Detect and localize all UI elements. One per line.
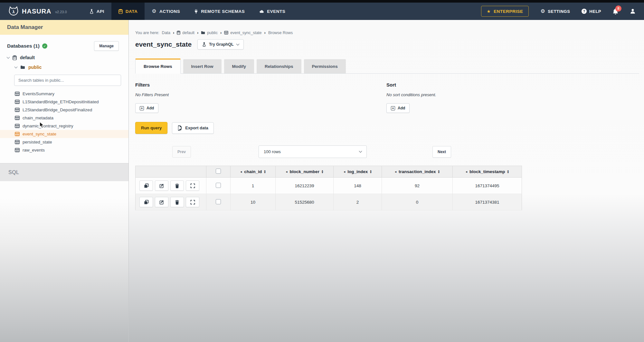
breadcrumb-item-public[interactable]: public bbox=[201, 31, 218, 35]
plus-square-icon: + bbox=[391, 106, 395, 110]
sidebar-item-sql[interactable]: SQL bbox=[0, 163, 128, 181]
nav-item-remote-schemas[interactable]: REMOTE SCHEMAS bbox=[187, 3, 252, 20]
cell-block-timestamp: 1671374381 bbox=[453, 194, 522, 210]
table-list-item[interactable]: L2StandardBridge_DepositFinalized bbox=[0, 106, 128, 114]
nav-item-actions[interactable]: ⚙ ACTIONS bbox=[145, 3, 187, 20]
help-button[interactable]: ? HELP bbox=[582, 9, 601, 14]
settings-button[interactable]: ⚙ SETTINGS bbox=[540, 9, 570, 14]
table-list-item[interactable]: EventsSummary bbox=[0, 90, 128, 98]
nav-item-data[interactable]: DATA bbox=[111, 3, 145, 20]
collapse-column-icon[interactable]: ◂ bbox=[286, 170, 288, 173]
star-icon: ★ bbox=[487, 9, 491, 14]
select-all-checkbox[interactable] bbox=[216, 169, 221, 174]
table-name: dynamic_contract_registry bbox=[23, 124, 73, 128]
tab-relationships[interactable]: Relationships bbox=[257, 59, 301, 73]
search-tables-input[interactable] bbox=[14, 75, 121, 86]
database-icon bbox=[118, 9, 123, 14]
rows-per-page-select[interactable]: 100 rows bbox=[259, 145, 367, 158]
tab-insert-row[interactable]: Insert Row bbox=[183, 59, 222, 73]
manage-button[interactable]: Manage bbox=[94, 41, 119, 51]
collapse-column-icon[interactable]: ◂ bbox=[240, 170, 242, 173]
select-all-header-cell bbox=[206, 166, 231, 178]
data-sidebar: Data Manager Databases (1) ✓ Manage defa… bbox=[0, 20, 129, 342]
collapse-column-icon[interactable]: ◂ bbox=[344, 170, 345, 173]
sort-column-icon[interactable]: ▴▾ bbox=[322, 170, 323, 173]
edit-row-button[interactable] bbox=[155, 180, 168, 191]
breadcrumb-item-browse-rows[interactable]: Browse Rows bbox=[268, 31, 293, 35]
breadcrumb-prefix: You are here: bbox=[135, 31, 159, 35]
tab-permissions[interactable]: Permissions bbox=[304, 59, 346, 73]
delete-row-button[interactable] bbox=[170, 180, 184, 191]
export-data-button[interactable]: Export data bbox=[172, 122, 214, 134]
databases-row: Databases (1) ✓ Manage bbox=[0, 35, 128, 53]
cell-block-number: 51525680 bbox=[276, 194, 334, 210]
nav-item-api[interactable]: API bbox=[82, 3, 111, 20]
sort-column-icon[interactable]: ▴▾ bbox=[438, 170, 440, 173]
filters-empty-text: No Filters Present bbox=[135, 92, 386, 97]
sort-column-icon[interactable]: ▴▾ bbox=[370, 170, 372, 173]
sort-column-icon[interactable]: ▴▾ bbox=[507, 170, 509, 173]
database-icon bbox=[177, 31, 180, 35]
column-header-block-timestamp: ◂ block_timestamp ▴▾ bbox=[453, 166, 522, 178]
gear-icon: ⚙ bbox=[540, 9, 545, 14]
chevron-down-icon bbox=[7, 56, 10, 59]
table-name: persisted_state bbox=[23, 140, 52, 144]
next-page-button[interactable]: Next bbox=[432, 146, 451, 158]
add-sort-button[interactable]: + Add bbox=[386, 103, 410, 113]
tree-item-database-default[interactable]: default bbox=[0, 53, 128, 62]
tab-browse-rows[interactable]: Browse Rows bbox=[135, 59, 181, 74]
table-list-item[interactable]: raw_events bbox=[0, 146, 128, 154]
clone-row-button[interactable] bbox=[139, 180, 153, 191]
enterprise-button[interactable]: ★ ENTERPRISE bbox=[481, 6, 529, 17]
cell-transaction-index: 0 bbox=[382, 194, 453, 210]
table-list-item[interactable]: chain_metadata bbox=[0, 114, 128, 122]
collapse-column-icon[interactable]: ◂ bbox=[395, 170, 396, 173]
title-row: event_sync_state Try GraphQL bbox=[135, 39, 644, 50]
prev-page-button[interactable]: Prev bbox=[172, 146, 191, 158]
collapse-column-icon[interactable]: ◂ bbox=[466, 170, 467, 173]
column-header-chain-id: ◂ chain_id ▴▾ bbox=[231, 166, 276, 178]
expand-row-button[interactable] bbox=[186, 180, 199, 191]
clone-row-button[interactable] bbox=[139, 197, 153, 207]
nav-item-events[interactable]: EVENTS bbox=[252, 3, 292, 20]
user-menu-button[interactable] bbox=[630, 8, 636, 14]
table-name: chain_metadata bbox=[23, 116, 53, 120]
table-row: 1 16212239 148 92 1671374495 bbox=[136, 178, 522, 194]
expand-row-button[interactable] bbox=[186, 197, 199, 207]
table-row: 10 51525680 2 0 1671374381 bbox=[136, 194, 522, 210]
help-icon: ? bbox=[582, 9, 587, 14]
table-list-item-selected[interactable]: event_sync_state bbox=[0, 130, 128, 138]
nav-label: DATA bbox=[126, 9, 138, 14]
sort-column-icon[interactable]: ▴▾ bbox=[264, 170, 266, 173]
export-icon bbox=[177, 125, 182, 131]
table-list-item[interactable]: dynamic_contract_registry bbox=[0, 122, 128, 130]
tree-item-schema-public[interactable]: public bbox=[0, 62, 128, 72]
breadcrumb-item-table[interactable]: event_sync_state bbox=[224, 31, 261, 35]
breadcrumb-item-data[interactable]: Data bbox=[162, 31, 170, 35]
enterprise-label: ENTERPRISE bbox=[494, 9, 523, 14]
version-label: v2.23.0 bbox=[55, 9, 67, 14]
plus-square-icon: + bbox=[140, 106, 144, 110]
table-list: EventsSummary L1StandardBridge_ETHDeposi… bbox=[0, 89, 128, 154]
edit-row-button[interactable] bbox=[155, 197, 168, 207]
notifications-button[interactable]: 8 bbox=[613, 8, 618, 14]
run-query-button[interactable]: Run query bbox=[135, 122, 167, 134]
tab-modify[interactable]: Modify bbox=[224, 59, 254, 73]
column-header-log-index: ◂ log_index ▴▾ bbox=[334, 166, 382, 178]
cell-block-timestamp: 1671374495 bbox=[453, 178, 522, 194]
databases-label: Databases (1) bbox=[7, 43, 40, 49]
row-checkbox[interactable] bbox=[216, 183, 221, 188]
database-icon bbox=[13, 55, 17, 60]
table-list-item[interactable]: persisted_state bbox=[0, 138, 128, 146]
try-graphql-button[interactable]: Try GraphQL bbox=[197, 39, 243, 50]
sort-empty-text: No sort conditions present. bbox=[386, 92, 436, 97]
delete-row-button[interactable] bbox=[170, 197, 184, 207]
breadcrumb-item-default[interactable]: default bbox=[177, 31, 194, 35]
brand[interactable]: λ HASURA v2.23.0 bbox=[8, 3, 67, 20]
table-icon bbox=[15, 100, 20, 104]
sidebar-title: Data Manager bbox=[0, 20, 128, 35]
table-list-item[interactable]: L1StandardBridge_ETHDepositInitiated bbox=[0, 98, 128, 106]
row-checkbox[interactable] bbox=[216, 199, 221, 204]
cell-chain-id: 10 bbox=[231, 194, 276, 210]
add-filter-button[interactable]: + Add bbox=[135, 103, 158, 113]
